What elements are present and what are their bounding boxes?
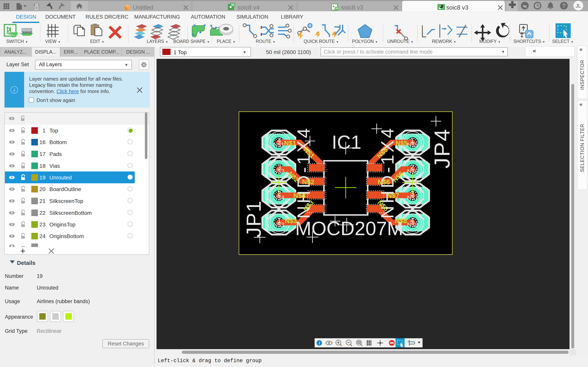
svg-text:N$1: N$1 xyxy=(284,140,296,147)
svg-text:N$6: N$6 xyxy=(407,168,418,175)
svg-text:N$2: N$2 xyxy=(302,178,314,186)
svg-text:JP4: JP4 xyxy=(430,128,454,168)
svg-text:N$8: N$8 xyxy=(395,217,407,225)
svg-text:N$5: N$5 xyxy=(396,140,407,147)
svg-text:JL: JL xyxy=(576,3,581,9)
svg-text:N$2: N$2 xyxy=(273,168,285,175)
svg-text:soic8 v3: soic8 v3 xyxy=(341,4,363,11)
svg-text:?: ? xyxy=(562,2,566,9)
svg-text:N$6: N$6 xyxy=(378,178,390,186)
svg-text:MOCD207M: MOCD207M xyxy=(295,218,403,239)
svg-text:IC1: IC1 xyxy=(332,132,362,153)
svg-text:soic8 v4: soic8 v4 xyxy=(237,4,259,11)
svg-text:N$7: N$7 xyxy=(387,192,399,200)
svg-text:N$4: N$4 xyxy=(294,192,305,200)
svg-text:N$4: N$4 xyxy=(273,194,285,201)
svg-text:soic8 v3: soic8 v3 xyxy=(446,4,468,11)
svg-text:N$3: N$3 xyxy=(273,221,285,228)
svg-text:Untitled: Untitled xyxy=(133,4,153,11)
svg-text:N$7: N$7 xyxy=(407,194,418,201)
svg-text:N$3: N$3 xyxy=(285,217,297,225)
svg-text:N$5: N$5 xyxy=(407,141,418,148)
svg-text:N$8: N$8 xyxy=(407,221,418,228)
svg-text:i: i xyxy=(319,341,320,345)
svg-text:JP1: JP1 xyxy=(242,200,265,237)
svg-text:N$1: N$1 xyxy=(273,141,285,148)
